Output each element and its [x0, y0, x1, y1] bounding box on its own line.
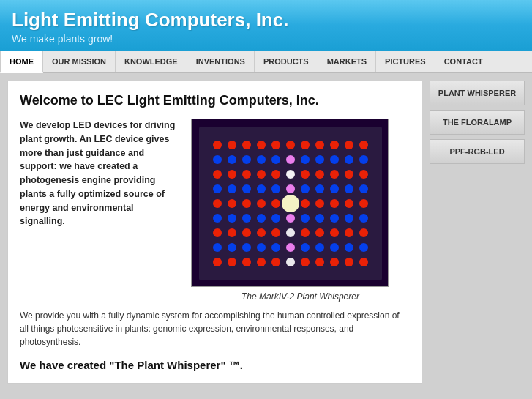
text-column: We develop LED devices for driving plant… [20, 119, 181, 302]
site-title: Light Emitting Computers, Inc. [12, 9, 520, 31]
svg-point-61 [271, 214, 280, 223]
nav-item-inventions[interactable]: INVENTIONS [187, 51, 255, 72]
svg-point-95 [286, 258, 295, 266]
svg-point-32 [330, 170, 339, 179]
nav-item-products[interactable]: PRODUCTS [255, 51, 318, 72]
svg-point-58 [228, 214, 236, 223]
svg-point-25 [228, 170, 236, 179]
svg-point-6 [271, 141, 280, 149]
svg-point-19 [301, 155, 310, 164]
svg-point-88 [345, 243, 353, 252]
svg-point-83 [271, 243, 280, 252]
svg-point-7 [286, 141, 295, 149]
svg-point-54 [330, 199, 339, 208]
svg-point-13 [213, 155, 222, 164]
svg-point-63 [301, 214, 310, 223]
svg-point-96 [301, 258, 310, 266]
nav-item-knowledge[interactable]: KNOWLEDGE [116, 51, 187, 72]
svg-point-37 [242, 184, 251, 193]
svg-point-69 [228, 228, 236, 237]
svg-point-5 [257, 141, 266, 149]
svg-point-85 [301, 243, 310, 252]
svg-point-24 [213, 170, 222, 179]
svg-point-38 [257, 184, 266, 193]
svg-point-9 [315, 141, 324, 149]
svg-point-8 [301, 141, 310, 149]
svg-point-97 [315, 258, 324, 266]
svg-point-23 [359, 155, 368, 164]
svg-point-35 [213, 184, 222, 193]
content-area: Welcome to LEC Light Emitting Computers,… [7, 81, 422, 384]
svg-point-20 [315, 155, 324, 164]
bottom-heading: We have created "The Plant Whisperer" ™. [20, 359, 410, 371]
content-body: We develop LED devices for driving plant… [20, 119, 410, 302]
svg-point-51 [282, 195, 299, 212]
svg-point-84 [286, 243, 295, 252]
svg-point-33 [345, 170, 353, 179]
nav-bar: HOME OUR MISSION KNOWLEDGE INVENTIONS PR… [0, 51, 532, 73]
svg-point-72 [271, 228, 280, 237]
svg-point-48 [242, 199, 251, 208]
sidebar-btn-ppf-rgb-led[interactable]: PPF-RGB-LED [430, 139, 525, 164]
svg-point-100 [359, 258, 368, 266]
svg-point-89 [359, 243, 368, 252]
svg-point-39 [271, 184, 280, 193]
svg-point-12 [359, 141, 368, 149]
svg-point-11 [345, 141, 353, 149]
nav-item-pictures[interactable]: PICTURES [376, 51, 435, 72]
svg-point-62 [286, 214, 295, 223]
svg-point-21 [330, 155, 339, 164]
svg-point-17 [271, 155, 280, 164]
led-device-image [191, 119, 389, 287]
nav-item-home[interactable]: HOME [0, 51, 43, 73]
header: Light Emitting Computers, Inc. We make p… [0, 0, 532, 51]
svg-point-76 [330, 228, 339, 237]
svg-point-47 [228, 199, 236, 208]
svg-point-81 [242, 243, 251, 252]
svg-point-2 [213, 141, 222, 149]
svg-point-55 [345, 199, 353, 208]
svg-point-70 [242, 228, 251, 237]
image-caption: The MarkIV-2 Plant Whisperer [191, 291, 410, 302]
svg-point-30 [301, 170, 310, 179]
svg-point-82 [257, 243, 266, 252]
svg-point-3 [228, 141, 236, 149]
svg-point-44 [345, 184, 353, 193]
svg-point-99 [345, 258, 353, 266]
nav-item-markets[interactable]: MARKETS [318, 51, 376, 72]
svg-point-65 [330, 214, 339, 223]
svg-point-31 [315, 170, 324, 179]
svg-point-16 [257, 155, 266, 164]
main-content: Welcome to LEC Light Emitting Computers,… [0, 73, 532, 391]
svg-point-57 [213, 214, 222, 223]
svg-point-46 [213, 199, 222, 208]
svg-point-77 [345, 228, 353, 237]
svg-point-66 [345, 214, 353, 223]
paragraph-1: We develop LED devices for driving plant… [20, 119, 181, 228]
svg-point-49 [257, 199, 266, 208]
svg-point-60 [257, 214, 266, 223]
svg-point-36 [228, 184, 236, 193]
content-heading: Welcome to LEC Light Emitting Computers,… [20, 93, 410, 108]
svg-point-80 [228, 243, 236, 252]
svg-point-56 [359, 199, 368, 208]
svg-point-90 [213, 258, 222, 266]
svg-point-98 [330, 258, 339, 266]
svg-point-91 [228, 258, 236, 266]
sidebar-btn-plant-whisperer[interactable]: PLANT WHISPERER [430, 81, 525, 105]
svg-point-43 [330, 184, 339, 193]
svg-point-41 [301, 184, 310, 193]
svg-point-53 [315, 199, 324, 208]
svg-point-15 [242, 155, 251, 164]
svg-point-74 [301, 228, 310, 237]
svg-point-79 [213, 243, 222, 252]
svg-point-28 [271, 170, 280, 179]
svg-point-45 [359, 184, 368, 193]
nav-item-contact[interactable]: CONTACT [435, 51, 492, 72]
nav-item-our-mission[interactable]: OUR MISSION [43, 51, 116, 72]
svg-point-4 [242, 141, 251, 149]
svg-point-27 [257, 170, 266, 179]
sidebar-btn-floralamp[interactable]: THE FLORALAMP [430, 110, 525, 135]
svg-point-94 [271, 258, 280, 266]
svg-point-78 [359, 228, 368, 237]
